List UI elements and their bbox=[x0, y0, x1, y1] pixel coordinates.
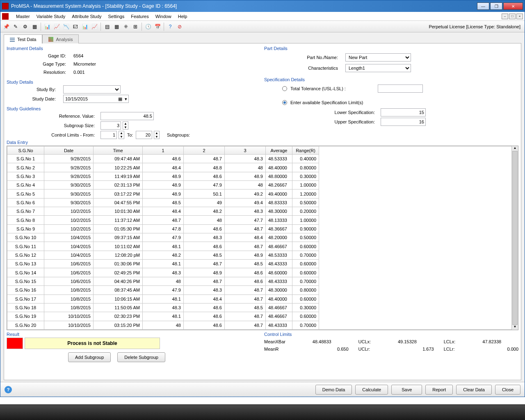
cell[interactable]: S.G.No 4 bbox=[7, 181, 44, 189]
cell[interactable]: 10/6/2015 bbox=[44, 268, 94, 277]
grid-icon[interactable]: ▦ bbox=[30, 23, 39, 31]
column-header[interactable]: 1 bbox=[143, 146, 184, 155]
cell[interactable]: 0.30000 bbox=[292, 303, 319, 312]
cell[interactable]: 11:49:19 AM bbox=[94, 172, 143, 180]
cell[interactable]: 47.7 bbox=[225, 216, 266, 224]
cell[interactable]: 01:05:30 PM bbox=[94, 224, 143, 233]
cell[interactable]: 48.7 bbox=[225, 294, 266, 303]
cell[interactable]: 48.9 bbox=[143, 172, 184, 180]
cell[interactable]: S.G.No 20 bbox=[7, 321, 44, 329]
cell[interactable]: 9/30/2015 bbox=[44, 198, 94, 207]
cell[interactable]: S.G.No 12 bbox=[7, 251, 44, 259]
cell[interactable]: 49.4 bbox=[225, 198, 266, 207]
menu-variable-study[interactable]: Variable Study bbox=[33, 13, 69, 20]
cell[interactable]: 48.6 bbox=[184, 224, 225, 233]
cell[interactable]: 9/28/2015 bbox=[44, 172, 94, 180]
cell[interactable]: 48.8 bbox=[184, 163, 225, 172]
cell[interactable]: 02:49:25 PM bbox=[94, 268, 143, 277]
cell[interactable]: 48.6 bbox=[184, 172, 225, 180]
cell[interactable]: S.G.No 3 bbox=[7, 172, 44, 180]
save-button[interactable]: Save bbox=[391, 385, 422, 395]
cell[interactable]: 48.46667 bbox=[266, 303, 292, 312]
table-row[interactable]: S.G.No 1410/6/201502:49:25 PM48.348.948.… bbox=[7, 268, 319, 277]
cell[interactable]: 48.53333 bbox=[266, 251, 292, 259]
chart2-icon[interactable]: 📈 bbox=[52, 23, 61, 31]
table-row[interactable]: S.G.No 49/30/201502:31:13 PM48.947.94848… bbox=[7, 181, 319, 189]
edit-icon[interactable]: ✎ bbox=[11, 23, 20, 31]
characteristics-select[interactable]: Length1 bbox=[345, 64, 411, 72]
cell[interactable]: 9/30/2015 bbox=[44, 181, 94, 189]
menu-help[interactable]: Help bbox=[175, 13, 191, 20]
chart5-icon[interactable]: 📊 bbox=[81, 23, 89, 31]
menu-attribute-study[interactable]: Attribute Study bbox=[68, 13, 105, 20]
scroll-up-icon[interactable]: ▲ bbox=[512, 146, 518, 151]
lower-spec-input[interactable] bbox=[381, 108, 426, 116]
scroll-thumb[interactable] bbox=[512, 151, 518, 325]
study-by-select[interactable] bbox=[63, 85, 121, 94]
cell[interactable]: 10/4/2015 bbox=[44, 251, 94, 259]
close-button[interactable]: ✕ bbox=[503, 2, 523, 10]
table-row[interactable]: S.G.No 1710/8/201510:06:15 AM48.148.448.… bbox=[7, 294, 319, 303]
cell[interactable]: 48.43333 bbox=[266, 277, 292, 285]
table2-icon[interactable]: ▦ bbox=[112, 23, 121, 31]
cell[interactable]: 48.3 bbox=[184, 233, 225, 242]
cell[interactable]: 48.6 bbox=[225, 268, 266, 277]
cell[interactable]: 9/28/2015 bbox=[44, 155, 94, 163]
cell[interactable]: 48.1 bbox=[143, 242, 184, 251]
cell[interactable]: 48.43333 bbox=[266, 260, 292, 268]
cell[interactable]: 49.40000 bbox=[266, 189, 292, 198]
cell[interactable]: 48.30000 bbox=[266, 286, 292, 294]
chart4-icon[interactable]: 🗠 bbox=[71, 23, 80, 31]
cell[interactable]: 48.3 bbox=[184, 286, 225, 294]
cell[interactable]: 48.7 bbox=[225, 286, 266, 294]
plot-icon[interactable]: ⊞ bbox=[131, 23, 139, 31]
table-row[interactable]: S.G.No 1010/4/201509:37:15 AM47.948.348.… bbox=[7, 233, 319, 242]
cell[interactable]: 48.7 bbox=[184, 260, 225, 268]
cell[interactable]: 48.5 bbox=[225, 303, 266, 312]
ref-value-input[interactable] bbox=[100, 112, 154, 120]
add-subgroup-button[interactable]: Add Subgroup bbox=[68, 352, 111, 362]
cell[interactable]: 48.9 bbox=[143, 181, 184, 189]
cell[interactable]: 48.53333 bbox=[266, 155, 292, 163]
cell[interactable]: 1.00000 bbox=[292, 216, 319, 224]
cell[interactable]: S.G.No 19 bbox=[7, 312, 44, 321]
cell[interactable]: 10/2/2015 bbox=[44, 207, 94, 216]
demo-data-button[interactable]: Demo Data bbox=[315, 385, 352, 395]
menu-window[interactable]: Window bbox=[152, 13, 175, 20]
cell[interactable]: 12:08:20 pM bbox=[94, 251, 143, 259]
table-row[interactable]: S.G.No 810/2/201511:37:12 AM48.74847.748… bbox=[7, 216, 319, 224]
cell[interactable]: 48.2 bbox=[143, 251, 184, 259]
table-row[interactable]: S.G.No 29/28/201510:22:25 AM48.448.84848… bbox=[7, 163, 319, 172]
cell[interactable]: 0.70000 bbox=[292, 277, 319, 285]
cell[interactable]: 03:15:20 PM bbox=[94, 321, 143, 329]
cell[interactable]: 02:30:23 PM bbox=[94, 312, 143, 321]
column-header[interactable]: 2 bbox=[184, 146, 225, 155]
cell[interactable]: 48 bbox=[143, 277, 184, 285]
table-row[interactable]: S.G.No 59/30/201503:17:22 PM48.950.149.2… bbox=[7, 189, 319, 198]
cell[interactable]: 48.40000 bbox=[266, 163, 292, 172]
cell[interactable]: S.G.No 5 bbox=[7, 189, 44, 198]
chart3-icon[interactable]: 📉 bbox=[62, 23, 70, 31]
cell[interactable]: 50.1 bbox=[184, 189, 225, 198]
cell[interactable]: S.G.No 15 bbox=[7, 277, 44, 285]
cell[interactable]: 10:22:25 AM bbox=[94, 163, 143, 172]
cell[interactable]: 11:37:12 AM bbox=[94, 216, 143, 224]
cell[interactable]: 0.40000 bbox=[292, 155, 319, 163]
cell[interactable]: 48.6 bbox=[184, 312, 225, 321]
data-grid[interactable]: S.G.NoDateTime123AverageRange(R) S.G.No … bbox=[7, 146, 518, 330]
cell[interactable]: 48.20000 bbox=[266, 233, 292, 242]
cl-to-input[interactable] bbox=[136, 131, 152, 139]
tab-analysis[interactable]: Analysis bbox=[42, 34, 79, 43]
cell[interactable]: 48.83333 bbox=[266, 198, 292, 207]
column-header[interactable]: Average bbox=[266, 146, 292, 155]
column-header[interactable]: Date bbox=[44, 146, 94, 155]
cell[interactable]: 02:31:13 PM bbox=[94, 181, 143, 189]
cell[interactable]: 1.20000 bbox=[292, 189, 319, 198]
cell[interactable]: 48.5 bbox=[225, 260, 266, 268]
cell[interactable]: 48.3 bbox=[225, 155, 266, 163]
cell[interactable]: 48.7 bbox=[143, 216, 184, 224]
cell[interactable]: 48.1 bbox=[143, 260, 184, 268]
cell[interactable]: S.G.No 2 bbox=[7, 163, 44, 172]
cell[interactable]: 11:50:05 AM bbox=[94, 303, 143, 312]
table-row[interactable]: S.G.No 1310/6/201501:30:06 PM48.148.748.… bbox=[7, 260, 319, 268]
